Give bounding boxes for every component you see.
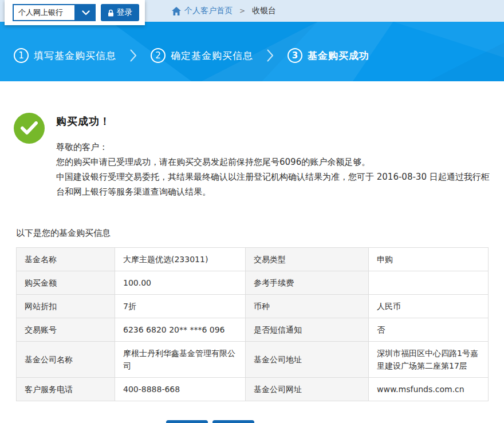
field-label-company-address: 基金公司地址	[246, 342, 369, 378]
field-label-company-website: 基金公司网址	[246, 378, 369, 401]
lock-icon	[108, 9, 114, 17]
field-value-company-address: 深圳市福田区中心四路1号嘉里建设广场第二座第17层	[369, 342, 489, 378]
field-value-account: 6236 6820 20** ***6 096	[115, 318, 246, 342]
step-2-confirm-info: 2 确定基金购买信息	[151, 48, 253, 63]
field-label-trade-type: 交易类型	[246, 248, 369, 271]
fund-info-table: 基金名称 大摩主题优选(233011) 交易类型 申购 购买金额 100.00 …	[16, 247, 489, 401]
field-label-sms-notify: 是否短信通知	[246, 318, 369, 342]
field-label-fund-name: 基金名称	[17, 248, 115, 271]
progress-banner: 1 填写基金购买信息 2 确定基金购买信息 3 基金购买成功	[0, 22, 504, 81]
field-value-service-phone: 400-8888-668	[115, 378, 246, 401]
site-select-value[interactable]: 个人网上银行	[13, 4, 76, 21]
field-value-company-name: 摩根士丹利华鑫基金管理有限公司	[115, 342, 246, 378]
field-value-currency: 人民币	[369, 295, 489, 318]
field-value-sms-notify: 否	[369, 318, 489, 342]
step-separator-icon	[267, 49, 274, 62]
field-label-service-phone: 客户服务电话	[17, 378, 115, 401]
field-label-site-discount: 网站折扣	[17, 295, 115, 318]
field-label-account: 交易账号	[17, 318, 115, 342]
step-separator-icon	[130, 49, 137, 62]
breadcrumb-home-link[interactable]: 个人客户首页	[184, 6, 233, 16]
breadcrumb-current: 收银台	[252, 6, 276, 16]
step-3-number: 3	[288, 48, 302, 63]
field-value-reference-fee	[369, 271, 489, 295]
breadcrumb: 个人客户首页 > 收银台	[172, 0, 276, 22]
details-section-title: 以下是您的基金购买信息	[16, 228, 504, 239]
field-value-fund-name: 大摩主题优选(233011)	[115, 248, 246, 271]
step-1-number: 1	[14, 48, 29, 63]
field-label-currency: 币种	[246, 295, 369, 318]
site-select[interactable]: 个人网上银行	[13, 4, 96, 21]
print-button[interactable]: 打印	[166, 420, 208, 423]
step-2-label: 确定基金购买信息	[171, 49, 253, 62]
step-3-success: 3 基金购买成功	[288, 48, 369, 63]
site-switch-panel: 个人网上银行 登录	[5, 0, 145, 25]
field-value-company-website: www.msfunds.com.cn	[369, 378, 489, 401]
table-row: 客户服务电话 400-8888-668 基金公司网址 www.msfunds.c…	[17, 378, 489, 401]
breadcrumb-separator: >	[239, 7, 245, 15]
close-button[interactable]: 关闭	[212, 420, 254, 423]
step-1-label: 填写基金购买信息	[34, 49, 116, 62]
step-3-label: 基金购买成功	[308, 49, 369, 62]
step-2-number: 2	[151, 48, 166, 63]
table-row: 购买金额 100.00 参考手续费	[17, 271, 489, 295]
result-line-1: 您的购买申请已受理成功，请在购买交易发起前保持您尾号6096的账户余额足够。	[56, 155, 497, 169]
progress-steps: 1 填写基金购买信息 2 确定基金购买信息 3 基金购买成功	[14, 22, 489, 81]
table-row: 网站折扣 7折 币种 人民币	[17, 295, 489, 318]
table-row: 交易账号 6236 6820 20** ***6 096 是否短信通知 否	[17, 318, 489, 342]
field-label-reference-fee: 参考手续费	[246, 271, 369, 295]
result-greeting: 尊敬的客户：	[56, 140, 497, 155]
result-line-2: 中国建设银行受理交易委托，其结果最终确认以注册登记机构确认结果为准，您可于 20…	[56, 169, 497, 199]
table-row: 基金公司名称 摩根士丹利华鑫基金管理有限公司 基金公司地址 深圳市福田区中心四路…	[17, 342, 489, 378]
result-section: 购买成功！ 尊敬的客户： 您的购买申请已受理成功，请在购买交易发起前保持您尾号6…	[0, 81, 504, 199]
chevron-down-icon[interactable]	[76, 4, 96, 21]
step-1-fill-info: 1 填写基金购买信息	[14, 48, 116, 63]
field-value-site-discount: 7折	[115, 295, 246, 318]
login-label: 登录	[117, 7, 133, 18]
success-check-icon	[14, 113, 45, 144]
field-label-purchase-amount: 购买金额	[17, 271, 115, 295]
login-button[interactable]: 登录	[101, 4, 139, 21]
action-buttons: 打印 关闭	[0, 420, 504, 423]
table-row: 基金名称 大摩主题优选(233011) 交易类型 申购	[17, 248, 489, 271]
home-icon[interactable]	[172, 7, 181, 15]
field-value-trade-type: 申购	[369, 248, 489, 271]
field-value-purchase-amount: 100.00	[115, 271, 246, 295]
result-title: 购买成功！	[56, 114, 497, 128]
result-message: 购买成功！ 尊敬的客户： 您的购买申请已受理成功，请在购买交易发起前保持您尾号6…	[56, 113, 497, 199]
field-label-company-name: 基金公司名称	[17, 342, 115, 378]
